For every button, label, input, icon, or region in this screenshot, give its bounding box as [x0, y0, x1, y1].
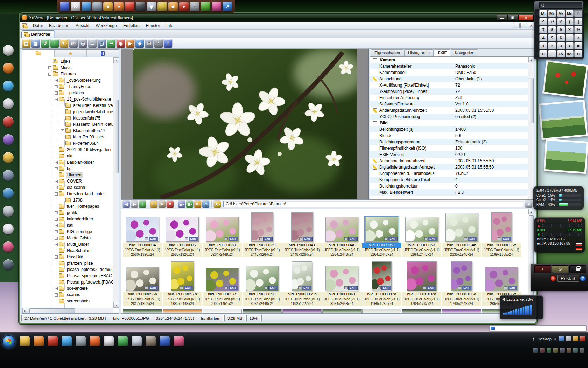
tree-item-2001-06-16-bfw-garten[interactable]: 2001-06-16-bfw+garten: [22, 146, 113, 153]
help-icon[interactable]: ?: [164, 39, 172, 48]
thumbnail-image[interactable]: EXIF: [445, 213, 478, 242]
calc-key-item[interactable]: =: [574, 42, 582, 49]
expand-icon[interactable]: +: [55, 243, 58, 246]
exif-row-komprimierte-bits-pro-pixel[interactable]: Komprimierte Bits pro Pixel4: [370, 177, 528, 183]
calc-key-0[interactable]: 0: [539, 50, 547, 57]
photo-widget-hills[interactable]: [544, 139, 588, 174]
edit-pencil-icon[interactable]: [373, 165, 377, 170]
tree-item-nicoschulanf[interactable]: NicoSchulanf: [22, 247, 113, 254]
fit-screen-icon[interactable]: ▢: [98, 39, 106, 48]
exif-row-filmempfindlichkeit-iso[interactable]: Filmempfindlichkeit (ISO)100: [370, 145, 528, 151]
firefox-icon[interactable]: [90, 336, 100, 346]
r-app-icon[interactable]: R: [71, 2, 80, 11]
close-button[interactable]: ✕: [518, 15, 534, 21]
system-icon[interactable]: [3, 259, 14, 270]
tree-item-klassentr-berlin-datum[interactable]: klassentr_Berlin_datum: [22, 121, 113, 128]
thumbnail-bild-p0000059b[interactable]: EXIFbild_P0000059bJPEG TrueColor (v1.1)1…: [282, 259, 322, 306]
thumbnail-image[interactable]: EXIF: [291, 212, 313, 242]
thumbnail-bild-p0000041[interactable]: EXIFbild_P0000041JPEG TrueColor (v1.1)24…: [282, 210, 322, 257]
chevron-icon[interactable]: »: [554, 337, 556, 341]
app-pink-icon[interactable]: [174, 336, 184, 346]
tree-item-screenshots[interactable]: screenshots: [22, 298, 113, 304]
sort-icon[interactable]: ⇅▾: [186, 201, 193, 208]
frog-icon[interactable]: [201, 2, 210, 11]
up-icon[interactable]: ↑: [139, 201, 146, 208]
mail-icon[interactable]: [132, 336, 142, 346]
thumbnail-image[interactable]: EXIF: [491, 212, 512, 242]
exif-row-ycbcr-positionierung[interactable]: YCbCr-Positionierungco-sited (2): [370, 114, 528, 120]
tab-kategorien[interactable]: Kategorien: [451, 49, 478, 56]
tree-item-klassentreffen79[interactable]: +Klassentreffen79: [22, 128, 113, 134]
clock-icon[interactable]: [3, 224, 14, 234]
cd-icon[interactable]: ◉: [147, 2, 156, 11]
pencils-icon[interactable]: [158, 2, 167, 11]
standby-button[interactable]: ◐: [534, 265, 551, 273]
tray2-icon-7[interactable]: [573, 348, 578, 353]
calc-key-x[interactable]: x²: [548, 18, 556, 25]
calc-key-item[interactable]: ÷: [574, 34, 582, 41]
thumbnail-image[interactable]: EXIF: [171, 261, 194, 291]
child-minimize-button[interactable]: –: [513, 23, 520, 28]
convert-icon[interactable]: ⇒: [107, 39, 115, 48]
gift-icon[interactable]: [212, 2, 221, 11]
start-button[interactable]: [2, 335, 15, 348]
thumbnail-bild-p0000005[interactable]: EXIFbild_P0000005JPEG TrueColor (v1.1)25…: [163, 210, 202, 257]
exif-row-aufnahmedatum-uhrzeit[interactable]: Aufnahmedatum/-uhrzeit2008:05:01 15:55:5…: [370, 158, 528, 164]
calc-key-m[interactable]: M+: [548, 10, 556, 17]
thumbnail-bild-p0000058[interactable]: EXIFbild_P0000058JPEG TrueColor (v1.1)32…: [243, 259, 282, 306]
calc-key-2[interactable]: 2: [548, 42, 556, 49]
thumbnail-image[interactable]: EXIF: [407, 261, 437, 291]
calc-key-4[interactable]: 4: [539, 34, 547, 41]
categories-tab[interactable]: [87, 50, 119, 57]
exif-row-exif-version[interactable]: EXIF-Version02.21: [370, 151, 528, 158]
expand-icon[interactable]: +: [55, 186, 58, 189]
tree-item-kl-treffen99-ines[interactable]: kl-treffen99_ines: [22, 134, 113, 140]
lock-icon[interactable]: ●: [179, 2, 189, 11]
favorites-icon[interactable]: ★▾: [214, 201, 221, 208]
drive-icon[interactable]: [76, 336, 86, 346]
tree-item-altebilder-kerstin-van[interactable]: alteBilder_Kerstin_van_: [22, 102, 113, 109]
thumbnail-bild-p0000054b[interactable]: EXIFbild_P0000054bJPEG TrueColor (v1.1)2…: [442, 210, 481, 257]
expand-icon[interactable]: +: [55, 293, 58, 297]
tree-item-dia-scann[interactable]: +dia-scann: [22, 184, 113, 191]
thumbnail-bild-p0000057b[interactable]: EXIFbild_P0000057bJPEG TrueColor (v1.1)1…: [163, 259, 202, 306]
explorer-icon[interactable]: [20, 336, 30, 346]
scroll-down-arrow[interactable]: ▼: [113, 302, 119, 308]
tree-item-bauplan-bilder[interactable]: +Bauplan-bilder: [22, 159, 113, 165]
expand-icon[interactable]: +: [55, 79, 58, 82]
thumbnail-image[interactable]: EXIF: [292, 261, 312, 291]
thumbnail-bild-p0000056b[interactable]: EXIFbild_P0000056bJPEG TrueColor (v1.1)2…: [123, 259, 162, 306]
back-icon[interactable]: ↺: [41, 39, 49, 48]
acrobat-icon[interactable]: [48, 336, 58, 346]
thumbnail-image[interactable]: EXIF: [206, 217, 239, 242]
tray2-icon-3[interactable]: [547, 348, 551, 353]
volume-bars[interactable]: [502, 303, 541, 315]
thumbnail-image[interactable]: EXIF: [246, 266, 279, 291]
tree-item-pfanzen-pilze[interactable]: pfanzen+pilze: [22, 260, 113, 266]
tray2-icon-4[interactable]: [553, 348, 558, 353]
view-mode-icon[interactable]: ⊞▾: [178, 201, 185, 208]
child-close-button[interactable]: ×: [528, 23, 534, 28]
thumbnail-image[interactable]: EXIF: [126, 217, 159, 242]
edit-pencil-icon[interactable]: [373, 159, 377, 163]
tray2-icon-8[interactable]: [580, 348, 584, 353]
calc-key-m[interactable]: M-: [539, 10, 547, 17]
menu-item-werkzeuge[interactable]: Werkzeuge: [92, 22, 120, 29]
tab-exif[interactable]: EXIF: [434, 49, 451, 56]
tree-item-passbild[interactable]: +PassBild: [22, 254, 113, 260]
edit-pencil-icon[interactable]: [373, 108, 377, 113]
exif-row-digitalisierungsdatum-uhrzeit[interactable]: Digitalisierungsdatum/-uhrzeit2008:05:01…: [370, 164, 528, 170]
expand-icon[interactable]: +: [55, 211, 58, 214]
tree-item-sc4-andere[interactable]: +sc4-andere: [22, 285, 113, 292]
tree-item-kig-sonstige[interactable]: +KIG_sonstige: [22, 229, 113, 235]
maximize-button[interactable]: ▣: [507, 15, 518, 21]
expand-icon[interactable]: +: [55, 161, 58, 164]
tray2-icon-5[interactable]: [560, 348, 565, 353]
expand-icon[interactable]: +: [48, 66, 51, 69]
gimp-icon[interactable]: [146, 336, 156, 346]
calc-key-7[interactable]: 7: [539, 26, 547, 33]
calc-key-x[interactable]: X: [566, 26, 574, 33]
thumbnail-image[interactable]: EXIF: [405, 217, 438, 242]
scrollbar-thumb[interactable]: [529, 78, 534, 123]
help-icon[interactable]: ?: [580, 275, 586, 281]
